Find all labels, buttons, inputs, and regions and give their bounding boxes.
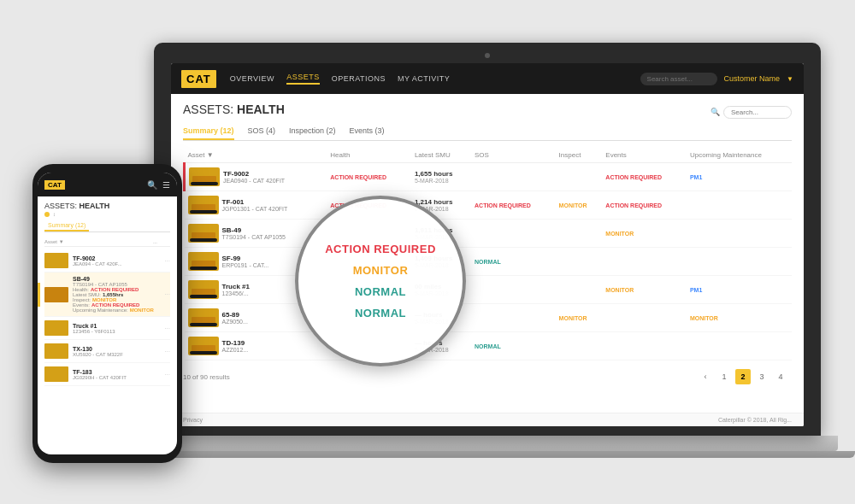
footer-copyright: Caterpillar © 2018, All Rig... [718, 417, 792, 423]
phone-asset-thumbnail [44, 320, 68, 336]
search-icon[interactable]: 🔍 [147, 180, 157, 190]
col-sos: SOS [471, 148, 556, 163]
table-row[interactable]: TD-139AZZ012... — hours5-MAR-2018 NORMAL [185, 332, 793, 360]
selected-indicator [38, 283, 40, 307]
asset-thumbnail [188, 252, 219, 271]
laptop: CAT OVERVIEW ASSETS OPERATIONS MY ACTIVI… [154, 43, 821, 470]
chevron-down-icon: ▼ [787, 75, 793, 83]
table-row[interactable]: SF-99ERP0191 - CAT... 1,409 hours5-MAR-2… [185, 248, 793, 276]
prev-page-button[interactable]: ‹ [698, 369, 713, 384]
more-icon[interactable]: ··· [164, 371, 170, 378]
phone-content: ASSETS: HEALTH ↕ Summary (12) Asset ▼ ..… [38, 196, 177, 454]
phone-tab-summary[interactable]: Summary (12) [44, 220, 89, 231]
tabs: Summary (12) SOS (4) Inspection (2) Even… [183, 126, 792, 141]
phone-nav: CAT 🔍 ☰ [38, 173, 177, 196]
more-icon[interactable]: ··· [164, 257, 170, 265]
tab-sos[interactable]: SOS (4) [248, 126, 276, 140]
asset-thumbnail [188, 337, 219, 355]
tab-summary[interactable]: Summary (12) [183, 126, 234, 140]
phone-asset-info: Truck #1 123456 - Y6F0113 [73, 323, 164, 334]
table-row[interactable]: Truck #1123456/... 00 miles5-MAR-2018 MO… [185, 276, 793, 304]
phone-asset-info: TF-9002 JEA094 - CAT 420F... [73, 255, 164, 267]
more-icon[interactable]: ··· [164, 325, 170, 332]
laptop-screen: CAT OVERVIEW ASSETS OPERATIONS MY ACTIVI… [171, 63, 804, 426]
footer-bar: Privacy Caterpillar © 2018, All Rig... [171, 413, 804, 426]
page-3-button[interactable]: 3 [754, 369, 770, 384]
content-area: ASSETS: HEALTH 🔍 Summary (12) SOS (4) In… [171, 94, 804, 426]
menu-icon[interactable]: ☰ [162, 180, 170, 190]
asset-thumbnail [188, 224, 219, 243]
nav-assets[interactable]: ASSETS [286, 73, 320, 85]
zoom-monitor: MONITOR [353, 264, 409, 277]
phone-list-item[interactable]: TF-183 JG0290H - CAT 420FIT ··· [44, 363, 170, 386]
page-2-button[interactable]: 2 [735, 369, 751, 384]
asset-thumbnail [188, 196, 219, 214]
phone-screen: CAT 🔍 ☰ ASSETS: HEALTH ↕ Summary (12) [38, 173, 177, 454]
content-search-input[interactable] [723, 106, 792, 119]
zoom-normal-2: NORMAL [355, 307, 406, 319]
col-asset[interactable]: Asset ▼ [185, 148, 327, 163]
laptop-foot [120, 451, 855, 458]
table-row[interactable]: TF-001JGP01301 - CAT 420FIT ACTION REQUI… [185, 191, 793, 220]
customer-name: Customer Name [724, 74, 781, 83]
phone-nav-icons: 🔍 ☰ [147, 180, 170, 190]
page-4-button[interactable]: 4 [773, 369, 788, 384]
search-icon: 🔍 [711, 108, 720, 116]
laptop-camera [485, 53, 490, 58]
col-events: Events [602, 148, 687, 163]
phone-list-item[interactable]: Truck #1 123456 - Y6F0113 ··· [44, 317, 170, 340]
nav-items: OVERVIEW ASSETS OPERATIONS MY ACTIVITY [230, 73, 627, 85]
asset-thumbnail [188, 308, 219, 327]
results-text: 10 of 90 results [183, 373, 230, 381]
phone-asset-thumbnail [44, 253, 68, 268]
tab-events[interactable]: Events (3) [350, 126, 385, 140]
nav-activity[interactable]: MY ACTIVITY [398, 74, 450, 83]
phone-list-item-selected[interactable]: SB-49 T7S0194 - CAT AP1055 Health: ACTIO… [44, 273, 170, 317]
phone-list-item[interactable]: TF-9002 JEA094 - CAT 420F... ··· [44, 249, 170, 273]
cat-logo: CAT [181, 70, 216, 88]
phone-asset-thumbnail [44, 366, 68, 382]
zoom-action-required: ACTION REQUIRED [325, 243, 436, 255]
pagination: ‹ 1 2 3 4 [694, 364, 792, 390]
col-maintenance: Upcoming Maintenance [687, 148, 792, 163]
more-icon[interactable]: ··· [164, 290, 170, 298]
phone-cat-logo: CAT [44, 180, 65, 190]
laptop-bezel: CAT OVERVIEW ASSETS OPERATIONS MY ACTIVI… [154, 43, 821, 436]
phone-asset-thumbnail [44, 287, 68, 302]
page-title: ASSETS: HEALTH [183, 103, 285, 116]
table-row[interactable]: SB-49T7S0194 - CAT AP1055 1,911 hours5-M… [185, 220, 793, 248]
status-dot [44, 212, 50, 217]
asset-thumbnail [189, 167, 220, 186]
phone-status-row: ↕ [44, 212, 170, 217]
nav-overview[interactable]: OVERVIEW [230, 74, 274, 83]
phone-asset-thumbnail [44, 343, 68, 359]
table-row[interactable]: 65-89AZ9050... — hours5-MAR-2018 MONITOR… [185, 304, 793, 332]
scene: CAT OVERVIEW ASSETS OPERATIONS MY ACTIVI… [17, 9, 838, 495]
phone-asset-info-expanded: SB-49 T7S0194 - CAT AP1055 Health: ACTIO… [73, 276, 164, 313]
col-health: Health [327, 148, 411, 163]
laptop-base [137, 436, 838, 451]
phone-asset-info: TF-183 JG0290H - CAT 420FIT [73, 369, 164, 380]
nav-operations[interactable]: OPERATIONS [332, 74, 386, 83]
nav-search-input[interactable] [640, 73, 717, 85]
search-right: 🔍 [711, 106, 792, 119]
cat-nav: CAT OVERVIEW ASSETS OPERATIONS MY ACTIVI… [171, 63, 804, 94]
page-1-button[interactable]: 1 [716, 369, 732, 384]
phone-tabs: Summary (12) [44, 220, 170, 232]
assets-table: Asset ▼ Health Latest SMU SOS Inspect Ev… [183, 148, 792, 360]
nav-right: Customer Name ▼ [640, 73, 793, 85]
zoom-circle: ACTION REQUIRED MONITOR NORMAL NORMAL [295, 196, 466, 366]
col-smu: Latest SMU [411, 148, 471, 163]
maintenance-badge: MONITOR [130, 308, 154, 313]
col-inspect: Inspect [556, 148, 603, 163]
asset-thumbnail [188, 280, 219, 299]
phone-list-item[interactable]: TX-130 XU5920 - CAT M322F ··· [44, 340, 170, 363]
more-icon[interactable]: ··· [164, 348, 170, 355]
phone-page-title: ASSETS: HEALTH [44, 202, 170, 210]
footer-privacy[interactable]: Privacy [183, 417, 203, 423]
phone: CAT 🔍 ☰ ASSETS: HEALTH ↕ Summary (12) [32, 164, 182, 463]
phone-asset-info: TX-130 XU5920 - CAT M322F [73, 346, 164, 357]
table-row[interactable]: TF-9002JEA0940 - CAT 420FIT ACTION REQUI… [185, 163, 793, 191]
zoom-normal-1: NORMAL [355, 285, 406, 298]
tab-inspection[interactable]: Inspection (2) [289, 126, 336, 140]
